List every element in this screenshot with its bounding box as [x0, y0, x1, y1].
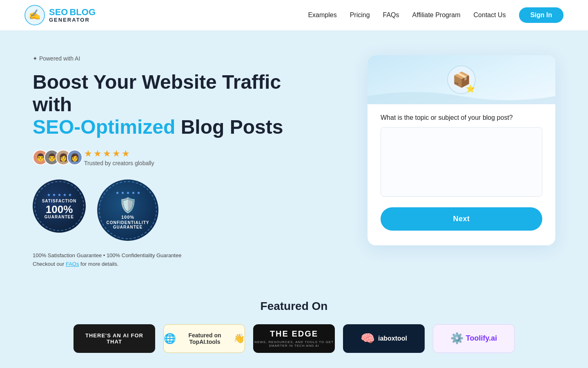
faqs-link[interactable]: FAQs	[66, 261, 79, 267]
trusted-text: Trusted by creators globally	[84, 160, 154, 166]
the-edge-sub: News, resources, and tools to get smarte…	[253, 340, 335, 348]
nav-pricing[interactable]: Pricing	[350, 11, 370, 19]
star-2: ★	[94, 148, 102, 159]
guarantee-line2: Checkout our FAQs for more details.	[33, 261, 286, 267]
badge-ring-1	[34, 181, 84, 231]
star-5: ★	[122, 148, 130, 159]
toolify-text: Toolify.ai	[466, 334, 497, 343]
logo-there-ai: THERE'S AN AI FOR THAT	[74, 324, 155, 353]
hero-title-blue: SEO-Optimized	[33, 116, 175, 138]
header: ✍ SEO BLOG GENERATOR Examples Pricing FA…	[0, 0, 588, 31]
social-proof: 👨 👨 👩 👩 ★ ★ ★ ★ ★ Trusted by creators gl…	[33, 148, 286, 166]
star-3: ★	[103, 148, 111, 159]
guarantee-post: for more details.	[79, 261, 118, 267]
powered-badge: ✦ Powered with AI	[33, 55, 286, 62]
avatar-group: 👨 👨 👩 👩	[33, 150, 78, 165]
logo-blog: BLOG	[69, 7, 96, 17]
hero-title-rest: Blog Posts	[175, 116, 283, 138]
confidentiality-badge: ★ ★ ★ ★ ★ 🛡️ 100% CONFIDENTIALITY GUARAN…	[97, 180, 158, 241]
nav-affiliate[interactable]: Affiliate Program	[412, 11, 461, 19]
satisfaction-badge: ★ ★ ★ ★ ★ SATISFACTION 100% GUARANTEE	[33, 180, 86, 233]
toolify-icon: ⚙️	[450, 332, 463, 345]
nav-faqs[interactable]: FAQs	[383, 11, 399, 19]
form-card-header: 📦 ⭐	[368, 55, 555, 104]
star-1: ★	[84, 148, 92, 159]
powered-badge-text: ✦ Powered with AI	[33, 55, 80, 62]
star-rating: ★ ★ ★ ★ ★	[84, 148, 154, 159]
featured-title: Featured On	[24, 300, 564, 313]
form-question: What is the topic or subject of your blo…	[381, 114, 542, 121]
there-ai-text: THERE'S AN AI FOR THAT	[80, 332, 149, 345]
logo-iaboxtool: 🧠 iaboxtool	[343, 324, 425, 353]
logo-topai: 🌐 Featured on TopAI.tools 👋	[163, 324, 245, 353]
iabox-text: iaboxtool	[378, 335, 407, 342]
logo: ✍ SEO BLOG GENERATOR	[24, 5, 96, 25]
logo-generator: GENERATOR	[49, 17, 96, 23]
form-body: What is the topic or subject of your blo…	[368, 104, 555, 198]
featured-section: Featured On THERE'S AN AI FOR THAT 🌐 Fea…	[0, 283, 588, 368]
hero-title-line1: Boost Your Website Traffic with	[33, 71, 281, 115]
next-button[interactable]: Next	[381, 207, 542, 231]
badge-group: ★ ★ ★ ★ ★ SATISFACTION 100% GUARANTEE ★ …	[33, 180, 286, 241]
topic-textarea[interactable]	[381, 127, 542, 197]
form-card: 📦 ⭐ What is the topic or subject of your…	[368, 55, 555, 245]
guarantee-pre: Checkout our	[33, 261, 66, 267]
form-icon-wrapper: 📦 ⭐	[447, 65, 476, 94]
logo-icon: ✍	[24, 5, 45, 25]
logo-text: SEO BLOG GENERATOR	[49, 7, 96, 23]
main-nav: Examples Pricing FAQs Affiliate Program …	[308, 7, 564, 23]
topai-wave: 👋	[234, 333, 245, 344]
topai-text: Featured on TopAI.tools	[179, 332, 230, 345]
hero-title: Boost Your Website Traffic with SEO-Opti…	[33, 71, 286, 139]
topai-icon: 🌐	[164, 333, 176, 344]
hero-left: ✦ Powered with AI Boost Your Website Tra…	[33, 55, 286, 267]
logo-the-edge: THE EDGE News, resources, and tools to g…	[253, 324, 335, 353]
stars-group: ★ ★ ★ ★ ★ Trusted by creators globally	[84, 148, 154, 166]
hero-section: ✦ Powered with AI Boost Your Website Tra…	[0, 31, 588, 283]
the-edge-text: THE EDGE	[253, 329, 335, 339]
star-4: ★	[112, 148, 120, 159]
form-star-icon: ⭐	[466, 84, 475, 93]
badge-ring-2	[99, 181, 157, 239]
signin-button[interactable]: Sign In	[519, 7, 564, 23]
guarantee-line1: 100% Satisfaction Guarantee • 100% Confi…	[33, 252, 286, 258]
avatar-4: 👩	[67, 150, 82, 165]
logo-seo: SEO	[49, 7, 68, 17]
nav-examples[interactable]: Examples	[308, 11, 336, 19]
logo-toolify: ⚙️ Toolify.ai	[433, 324, 514, 353]
svg-text:✍: ✍	[29, 9, 41, 20]
featured-logos: THERE'S AN AI FOR THAT 🌐 Featured on Top…	[24, 324, 564, 353]
nav-contact[interactable]: Contact Us	[474, 11, 506, 19]
iabox-icon: 🧠	[361, 332, 375, 345]
